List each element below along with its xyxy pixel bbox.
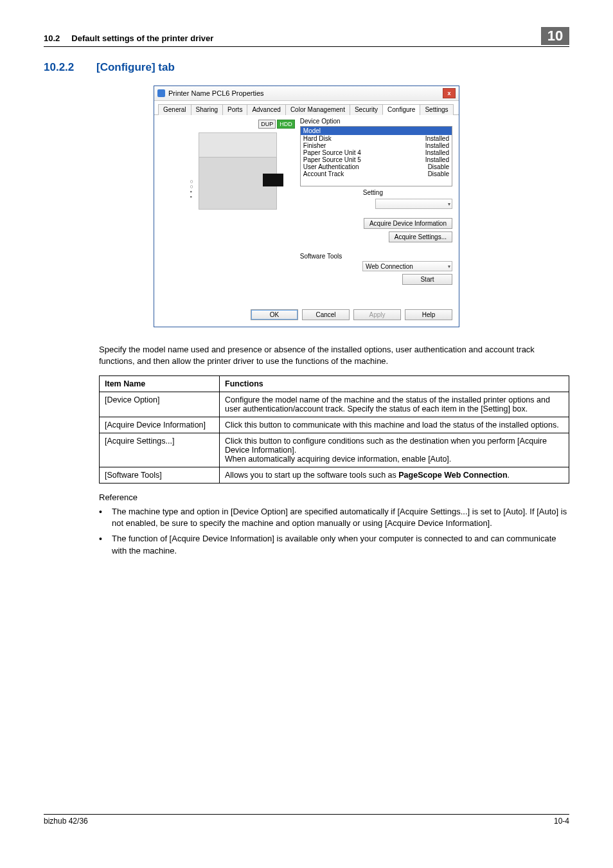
header-section-number: 10.2 [44, 33, 60, 43]
cancel-button[interactable]: Cancel [302, 309, 350, 320]
tab-security[interactable]: Security [350, 104, 383, 115]
apply-button[interactable]: Apply [353, 309, 401, 320]
list-item: Hard Disk [303, 135, 332, 142]
list-item-value: Installed [425, 149, 449, 156]
tab-ports[interactable]: Ports [222, 104, 247, 115]
tab-settings[interactable]: Settings [420, 104, 453, 115]
close-icon[interactable]: x [443, 88, 456, 98]
dialog-titlebar: Printer Name PCL6 Properties x [154, 86, 459, 101]
intro-paragraph: Specify the model name used and presence… [99, 344, 569, 366]
setting-label: Setting [363, 189, 383, 196]
table-cell-func: Allows you to start up the software tool… [220, 467, 569, 484]
tab-advanced[interactable]: Advanced [247, 104, 285, 115]
table-cell-item: [Acquire Settings...] [100, 433, 220, 467]
list-item: The function of [Acquire Device Informat… [99, 533, 569, 556]
list-item: Account Track [303, 170, 344, 177]
header-section-title: Default settings of the printer driver [71, 33, 541, 43]
dialog-title: Printer Name PCL6 Properties [168, 89, 264, 97]
table-cell-func: Click this button to communicate with th… [220, 417, 569, 433]
page-footer: bizhub 42/36 10-4 [44, 814, 569, 826]
ok-button[interactable]: OK [251, 309, 298, 320]
table-cell-func: Click this button to configure condition… [220, 433, 569, 467]
tab-configure[interactable]: Configure [382, 104, 420, 115]
acquire-device-information-button[interactable]: Acquire Device Information [364, 218, 452, 229]
list-item-value: Disable [428, 163, 449, 170]
chapter-badge: 10 [541, 27, 569, 45]
table-row: [Software Tools] Allows you to start up … [100, 467, 569, 484]
list-item-value: Installed [425, 142, 449, 149]
table-row: [Acquire Settings...] Click this button … [100, 433, 569, 467]
table-row: [Device Option] Configure the model name… [100, 392, 569, 417]
badge-dup: DUP [258, 120, 276, 129]
software-tools-value: Web Connection [366, 263, 413, 270]
table-head-functions: Functions [220, 376, 569, 392]
help-button[interactable]: Help [405, 309, 452, 320]
text-span: Allows you to start up the software tool… [225, 471, 398, 480]
footer-model: bizhub 42/36 [44, 817, 88, 826]
acquire-settings-button[interactable]: Acquire Settings... [389, 231, 452, 242]
device-option-list[interactable]: Model Hard DiskInstalled FinisherInstall… [300, 126, 452, 186]
table-cell-item: [Software Tools] [100, 467, 220, 484]
software-tools-dropdown[interactable]: Web Connection [362, 261, 452, 271]
list-item: User Authentication [303, 163, 359, 170]
badge-hdd: HDD [277, 120, 295, 129]
list-item: Paper Source Unit 5 [303, 156, 361, 163]
table-cell-item: [Acquire Device Information] [100, 417, 220, 433]
tab-color-management[interactable]: Color Management [285, 104, 350, 115]
section-number: 10.2.2 [44, 61, 96, 74]
section-heading: 10.2.2 [Configure] tab [44, 61, 569, 74]
device-option-label: Device Option [300, 118, 452, 125]
reference-list: The machine type and option in [Device O… [99, 506, 569, 557]
list-item: The machine type and option in [Device O… [99, 506, 569, 529]
tab-sharing[interactable]: Sharing [191, 104, 223, 115]
table-cell-func: Configure the model name of the machine … [220, 392, 569, 417]
table-head-item: Item Name [100, 376, 220, 392]
setting-dropdown[interactable] [375, 199, 452, 209]
list-item-value: Disable [428, 170, 449, 177]
list-item-value: Installed [425, 156, 449, 163]
list-item: Finisher [303, 142, 326, 149]
footer-page: 10-4 [554, 817, 569, 826]
reference-heading: Reference [99, 493, 569, 502]
list-item-value: Installed [425, 135, 449, 142]
text-bold: PageScope Web Connection [398, 471, 507, 480]
functions-table: Item Name Functions [Device Option] Conf… [99, 375, 569, 484]
software-tools-label: Software Tools [300, 253, 452, 260]
table-cell-item: [Device Option] [100, 392, 220, 417]
section-name: [Configure] tab [96, 61, 175, 74]
list-item: Paper Source Unit 4 [303, 149, 361, 156]
text-span: . [508, 471, 510, 480]
printer-illustration: ○○▪▪ [179, 132, 276, 216]
tab-general[interactable]: General [158, 104, 191, 115]
list-header-name: Model [303, 127, 321, 134]
dialog-tabs: General Sharing Ports Advanced Color Man… [154, 101, 459, 115]
start-button[interactable]: Start [402, 274, 452, 285]
properties-dialog: Printer Name PCL6 Properties x General S… [154, 86, 459, 327]
printer-icon [157, 89, 165, 97]
page-header: 10.2 Default settings of the printer dri… [44, 31, 569, 47]
table-row: [Acquire Device Information] Click this … [100, 417, 569, 433]
